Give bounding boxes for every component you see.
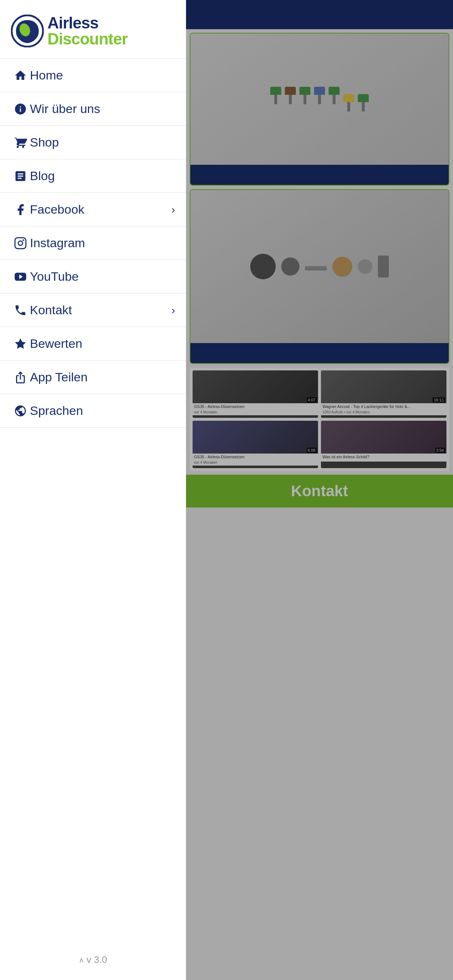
sidebar-menu: Airless Discounter Home	[0, 0, 186, 980]
sidebar-item-app-teilen-label: App Teilen	[30, 370, 175, 384]
sidebar-item-blog-label: Blog	[30, 169, 175, 183]
sidebar-item-blog[interactable]: Blog	[0, 159, 186, 193]
share-icon	[11, 371, 30, 384]
info-icon	[11, 102, 30, 116]
cart-icon	[11, 136, 30, 149]
logo-airless-text: Airless	[48, 15, 128, 31]
version-chevron-up: ∧	[79, 956, 84, 964]
youtube-icon	[11, 270, 30, 284]
version-text: ∧ v 3.0	[79, 954, 107, 966]
chevron-right-icon: ›	[171, 204, 175, 216]
logo-discounter-text: Discounter	[48, 31, 128, 47]
sidebar-item-about[interactable]: Wir über uns	[0, 92, 186, 126]
sidebar-item-bewerten-label: Bewerten	[30, 337, 175, 351]
svg-point-4	[22, 239, 24, 241]
version-number: v 3.0	[86, 954, 107, 966]
version-area: ∧ v 3.0	[0, 947, 186, 980]
sidebar-item-home-label: Home	[30, 68, 175, 83]
overlay-background[interactable]	[186, 0, 453, 980]
sidebar-item-instagram[interactable]: Instagram	[0, 226, 186, 260]
page-wrapper: Airless Discounter Home	[0, 0, 453, 980]
sidebar-item-bewerten[interactable]: Bewerten	[0, 327, 186, 361]
sidebar-item-facebook[interactable]: Facebook ›	[0, 193, 186, 226]
blog-icon	[11, 170, 30, 183]
right-panel: 4:07 GS35 - Airless-Düsensetzen vor 4 Mo…	[186, 0, 453, 980]
sidebar-item-instagram-label: Instagram	[30, 236, 175, 250]
sidebar-item-about-label: Wir über uns	[30, 102, 175, 116]
logo-icon	[11, 14, 44, 48]
svg-rect-2	[15, 238, 26, 249]
sidebar-item-app-teilen[interactable]: App Teilen	[0, 361, 186, 394]
sidebar-item-home[interactable]: Home	[0, 58, 186, 92]
sidebar-item-kontakt-label: Kontakt	[30, 303, 168, 317]
nav-list: Home Wir über uns Shop	[0, 58, 186, 947]
phone-icon	[11, 304, 30, 317]
instagram-icon	[11, 237, 30, 250]
facebook-icon	[11, 203, 30, 216]
svg-point-3	[18, 241, 22, 245]
logo-area: Airless Discounter	[0, 0, 186, 58]
chevron-right-kontakt-icon: ›	[171, 304, 175, 317]
sidebar-item-sprachen[interactable]: Sprachen	[0, 394, 186, 428]
logo-text: Airless Discounter	[48, 15, 128, 47]
sidebar-item-shop-label: Shop	[30, 135, 175, 150]
sidebar-item-kontakt[interactable]: Kontakt ›	[0, 293, 186, 327]
sidebar-item-facebook-label: Facebook	[30, 202, 168, 216]
star-icon	[11, 337, 30, 350]
sidebar-item-youtube[interactable]: YouTube	[0, 260, 186, 293]
sidebar-item-shop[interactable]: Shop	[0, 126, 186, 159]
globe-icon	[11, 404, 30, 417]
home-icon	[11, 69, 30, 82]
sidebar-item-youtube-label: YouTube	[30, 269, 175, 284]
logo-container: Airless Discounter	[11, 14, 128, 48]
sidebar-item-sprachen-label: Sprachen	[30, 404, 175, 418]
